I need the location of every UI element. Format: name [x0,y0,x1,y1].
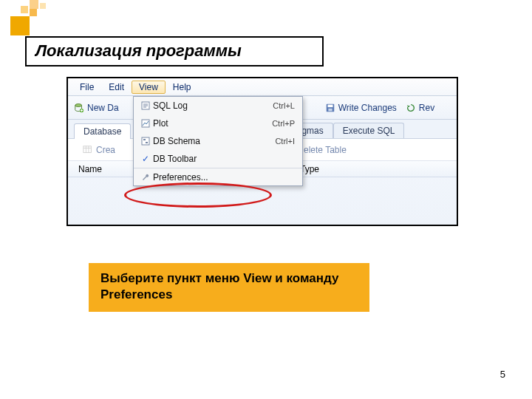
svg-rect-5 [83,146,92,152]
menu-file[interactable]: File [72,81,101,94]
schema-icon [138,137,153,146]
menu-help[interactable]: Help [166,81,199,94]
menu-item-preferences[interactable]: Preferences... [134,168,302,185]
create-table-button[interactable]: Crea [83,145,115,155]
view-menu-dropdown: SQL Log Ctrl+L Plot Ctrl+P DB Schema Ctr… [133,96,303,186]
menu-item-shortcut: Ctrl+I [275,137,295,146]
menu-item-plot[interactable]: Plot Ctrl+P [134,115,302,132]
save-icon [325,103,335,113]
table-add-icon [83,145,93,155]
menu-item-shortcut: Ctrl+P [272,119,295,128]
menu-item-db-toolbar[interactable]: ✓ DB Toolbar [134,150,302,168]
menu-item-label: Preferences... [153,172,295,183]
menu-item-shortcut: Ctrl+L [273,101,295,110]
menu-item-label: DB Schema [153,136,275,146]
highlight-oval [124,183,272,208]
svg-rect-9 [143,139,146,140]
write-changes-label: Write Changes [338,103,397,113]
plot-icon [138,119,153,128]
svg-rect-8 [142,137,149,145]
create-table-label: Crea [96,145,115,155]
slide-deco [0,0,81,37]
log-icon [138,101,153,110]
tab-database-structure[interactable]: Database [74,123,131,139]
menubar: File Edit View Help [68,78,457,96]
check-icon: ✓ [138,154,153,164]
delete-table-button[interactable]: elete Table [304,145,347,155]
page-number: 5 [500,369,505,380]
menu-item-db-schema[interactable]: DB Schema Ctrl+I [134,132,302,150]
slide-title: Локализация программы [25,36,324,66]
revert-button[interactable]: Rev [406,103,434,113]
revert-label: Rev [419,103,434,113]
svg-rect-3 [327,104,332,107]
db-add-icon [74,103,84,113]
wrench-icon [138,173,153,182]
svg-rect-4 [328,108,332,111]
menu-item-label: DB Toolbar [153,154,295,164]
delete-table-label: elete Table [304,145,347,155]
svg-point-0 [75,103,82,106]
revert-icon [406,103,416,113]
new-database-button[interactable]: New Da [74,103,119,113]
write-changes-button[interactable]: Write Changes [325,103,397,113]
app-screenshot: File Edit View Help New Da Write Changes… [66,77,458,226]
menu-item-label: Plot [153,118,272,129]
svg-rect-10 [146,142,148,143]
menu-item-sql-log[interactable]: SQL Log Ctrl+L [134,97,302,115]
menu-item-label: SQL Log [153,100,273,111]
slide-instruction: Выберите пункт меню View и команду Prefe… [89,263,369,312]
menu-view[interactable]: View [132,81,166,94]
new-database-label: New Da [87,103,119,113]
tab-execute-sql[interactable]: Execute SQL [333,123,405,138]
menu-edit[interactable]: Edit [101,81,132,94]
